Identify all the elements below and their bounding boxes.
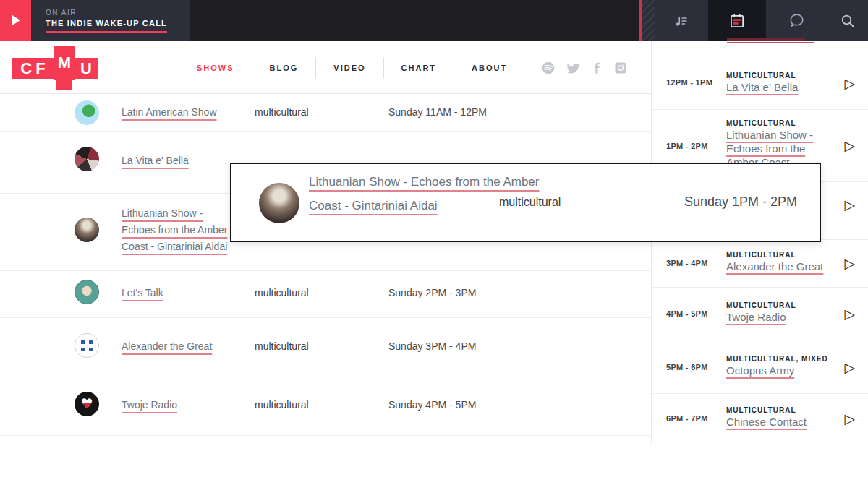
nav-chart[interactable]: CHART — [384, 64, 454, 72]
poland-heart-icon: ♥ ♥ — [79, 395, 95, 411]
stripe-divider — [639, 0, 655, 41]
schedule-row-partial[interactable] — [652, 41, 868, 56]
show-row-lets-talk[interactable]: Let's Talk multicultural Sunday 2PM - 3P… — [0, 271, 651, 318]
truncated-title-underline — [727, 42, 814, 43]
logo-block-u: U — [74, 58, 98, 79]
facebook-icon[interactable] — [590, 61, 603, 74]
nav-shows[interactable]: SHOWS — [197, 64, 252, 72]
show-name-link[interactable]: La Vita e' Bella — [122, 152, 239, 169]
slot-category: MULTICULTURAL, MIXED — [726, 355, 828, 363]
show-name-link[interactable]: Latin American Show — [122, 104, 239, 121]
slot-category: MULTICULTURAL — [726, 301, 796, 309]
search-icon[interactable] — [827, 0, 868, 41]
nav-blog[interactable]: BLOG — [252, 64, 316, 72]
slot-play-button[interactable]: ▷ — [844, 307, 855, 321]
social-links — [541, 41, 628, 94]
instagram-icon[interactable] — [613, 61, 628, 75]
slot-play-button[interactable]: ▷ — [844, 198, 855, 212]
show-time: Sunday 4PM - 5PM — [388, 399, 476, 411]
dragged-show-category: multicultural — [499, 196, 561, 209]
show-avatar — [75, 218, 99, 242]
schedule-sidebar: 12PM - 1PM MULTICULTURAL La Vita e' Bell… — [651, 41, 868, 443]
slot-time: 1PM - 2PM — [666, 142, 708, 150]
show-name-link[interactable]: Twoje Radio — [122, 397, 239, 413]
show-avatar — [259, 183, 299, 223]
on-air-label: ON AIR — [46, 9, 77, 17]
playlist-icon[interactable] — [655, 0, 708, 41]
slot-show-link[interactable]: Twoje Radio — [726, 310, 835, 324]
show-name-link[interactable]: Let's Talk — [122, 285, 239, 301]
topbar-icon-group — [655, 0, 868, 41]
show-category: multicultural — [255, 287, 309, 298]
schedule-row-3pm[interactable]: 3PM - 4PM MULTICULTURAL Alexander the Gr… — [652, 240, 868, 288]
slot-play-button[interactable]: ▷ — [844, 139, 855, 152]
show-avatar — [75, 280, 99, 304]
twitter-icon[interactable] — [566, 61, 580, 75]
show-avatar — [75, 147, 99, 171]
show-category: multicultural — [255, 106, 309, 118]
schedule-row-4pm[interactable]: 4PM - 5PM MULTICULTURAL Twoje Radio ▷ — [652, 288, 868, 340]
show-row-latin-american[interactable]: Latin American Show multicultural Sunday… — [0, 94, 651, 132]
show-time: Sunday 2PM - 3PM — [388, 287, 476, 298]
slot-play-button[interactable]: ▷ — [844, 412, 855, 426]
on-air-panel: ON AIR THE INDIE WAKE-UP CALL — [31, 0, 190, 41]
slot-time: 6PM - 7PM — [666, 414, 708, 423]
greek-cross-icon — [81, 340, 93, 351]
dragged-show-title: Lithuanian Show - Echoes from the Amber … — [309, 170, 548, 218]
show-row-twoje-radio[interactable]: ♥ ♥ Twoje Radio multicultural Sunday 4PM… — [0, 377, 651, 436]
play-button[interactable] — [0, 0, 31, 41]
nav-video[interactable]: VIDEO — [316, 64, 383, 72]
show-category: multicultural — [255, 340, 309, 352]
show-name-link[interactable]: Alexander the Great — [122, 338, 239, 355]
schedule-icon[interactable] — [708, 0, 766, 41]
slot-time: 4PM - 5PM — [666, 309, 708, 318]
logo-block-cf: CF — [12, 58, 55, 79]
show-avatar: ♥ ♥ — [75, 392, 99, 416]
show-category: multicultural — [255, 399, 309, 411]
logo-block-m: M — [54, 46, 75, 80]
show-time: Sunday 3PM - 4PM — [388, 340, 476, 352]
slot-play-button[interactable]: ▷ — [844, 361, 855, 374]
slot-show-link[interactable]: Octopus Army — [726, 364, 835, 377]
active-tab-underline — [727, 38, 805, 41]
slot-category: MULTICULTURAL — [726, 251, 796, 259]
show-name-link[interactable]: Lithuanian Show - Echoes from the Amber … — [122, 205, 239, 255]
site-header: M CF U SHOWS BLOG VIDEO CHART ABOUT — [0, 41, 651, 94]
slot-time: 5PM - 6PM — [666, 363, 708, 371]
play-icon — [12, 15, 20, 25]
slot-show-link[interactable]: Alexander the Great — [726, 259, 835, 273]
nav-about[interactable]: ABOUT — [454, 64, 524, 72]
main-nav: SHOWS BLOG VIDEO CHART ABOUT — [197, 41, 524, 94]
spotify-icon[interactable] — [541, 61, 556, 75]
slot-time: 3PM - 4PM — [666, 259, 708, 267]
cfmu-logo[interactable]: M CF U — [12, 46, 107, 91]
slot-time: 12PM - 1PM — [666, 78, 712, 87]
on-air-show-title[interactable]: THE INDIE WAKE-UP CALL — [46, 19, 167, 33]
slot-category: MULTICULTURAL — [726, 72, 796, 80]
slot-play-button[interactable]: ▷ — [844, 77, 855, 90]
show-time: Sunday 11AM - 12PM — [388, 106, 487, 118]
chat-icon[interactable] — [766, 0, 827, 41]
dragged-show-card[interactable]: Lithuanian Show - Echoes from the Amber … — [230, 163, 821, 242]
show-row-alexander[interactable]: Alexander the Great multicultural Sunday… — [0, 318, 651, 377]
show-avatar — [75, 333, 99, 358]
schedule-row-5pm[interactable]: 5PM - 6PM MULTICULTURAL, MIXED Octopus A… — [652, 340, 868, 394]
logo-block-tab — [56, 78, 72, 90]
schedule-row-12pm[interactable]: 12PM - 1PM MULTICULTURAL La Vita e' Bell… — [652, 56, 868, 110]
dragged-show-time: Sunday 1PM - 2PM — [684, 194, 797, 210]
slot-category: MULTICULTURAL — [726, 119, 796, 127]
show-list: Latin American Show multicultural Sunday… — [0, 94, 651, 436]
top-bar: ON AIR THE INDIE WAKE-UP CALL — [0, 0, 868, 41]
slot-show-link[interactable]: Chinese Contact — [726, 415, 835, 429]
slot-show-link[interactable]: La Vita e' Bella — [726, 80, 835, 94]
slot-play-button[interactable]: ▷ — [844, 257, 855, 270]
slot-category: MULTICULTURAL — [726, 406, 796, 414]
schedule-row-6pm[interactable]: 6PM - 7PM MULTICULTURAL Chinese Contact … — [652, 394, 868, 442]
show-avatar — [75, 100, 99, 125]
